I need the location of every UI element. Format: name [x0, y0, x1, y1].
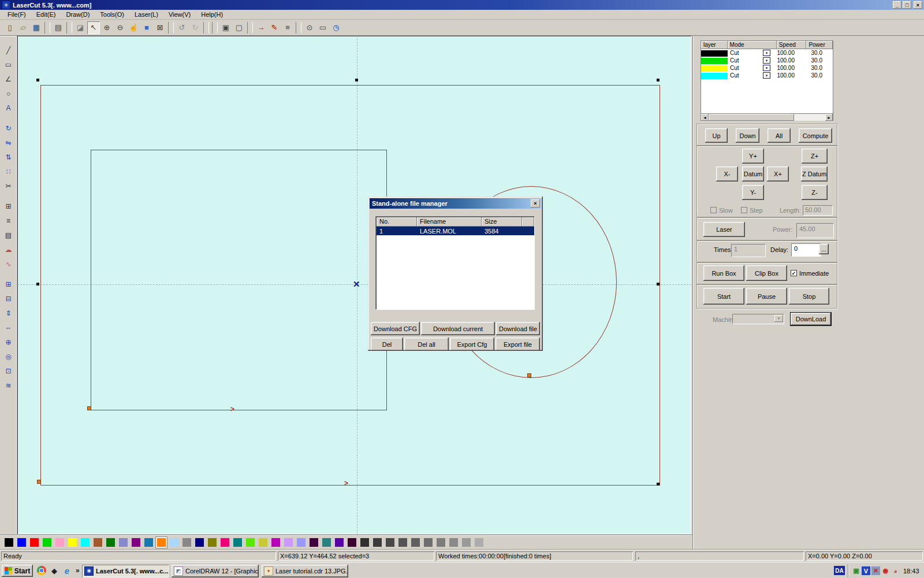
zoom-out-button[interactable]: ⊖: [114, 21, 126, 34]
page-setup-button[interactable]: ▤: [52, 21, 65, 34]
palette-color-4[interactable]: [55, 538, 64, 547]
times-field[interactable]: 1: [731, 244, 766, 257]
ungroup-button[interactable]: ▢: [233, 21, 245, 34]
step-checkbox[interactable]: [741, 207, 747, 213]
hatch-tool[interactable]: ▤: [3, 229, 14, 240]
layer-mode-dropdown-icon[interactable]: ▼: [763, 50, 770, 56]
start-button[interactable]: Start: [2, 565, 33, 577]
start-point-handle[interactable]: [37, 480, 41, 484]
layer-row[interactable]: Cut▼100.0030.0: [701, 57, 833, 64]
power-field[interactable]: 45.00: [796, 223, 834, 238]
chrome-icon[interactable]: [37, 566, 46, 575]
scroll-right-button[interactable]: ►: [825, 114, 833, 121]
tray-antivirus-icon[interactable]: V: [862, 566, 870, 575]
inkscape-icon[interactable]: ◆: [50, 566, 59, 575]
undo-button[interactable]: ↺: [176, 21, 188, 34]
palette-color-34[interactable]: [437, 538, 445, 547]
array-minus-tool[interactable]: ⊟: [3, 293, 14, 304]
row-spacing-tool[interactable]: ⇕: [3, 307, 14, 318]
palette-color-21[interactable]: [271, 538, 280, 547]
palette-color-8[interactable]: [106, 538, 115, 547]
menu-view[interactable]: View(V): [163, 10, 196, 19]
layer-mode-dropdown-icon[interactable]: ▼: [763, 65, 770, 71]
distribute-tool[interactable]: ⊕: [3, 336, 14, 347]
palette-color-16[interactable]: [208, 538, 217, 547]
stack-tool[interactable]: ≋: [3, 380, 14, 391]
line-tool[interactable]: ╱: [3, 45, 14, 55]
selection-handle[interactable]: [657, 283, 660, 286]
clip-box-button[interactable]: Clip Box: [746, 265, 787, 281]
download-file-button[interactable]: Download file: [496, 322, 540, 335]
measure-button[interactable]: ▭: [316, 21, 329, 34]
download-current-button[interactable]: Download current: [421, 322, 495, 335]
selection-handle[interactable]: [36, 283, 39, 286]
palette-color-6[interactable]: [81, 538, 90, 547]
taskbar-lasercut-button[interactable]: ✳LaserCut 5.3[. www...c...: [82, 565, 169, 577]
set-order-button[interactable]: ≡: [281, 21, 294, 34]
z-datum-button[interactable]: Z Datum: [801, 166, 828, 181]
stop-button[interactable]: Stop: [789, 288, 829, 305]
up-button[interactable]: Up: [705, 128, 728, 143]
minimize-button[interactable]: _: [893, 1, 901, 9]
y-minus-button[interactable]: Y-: [742, 185, 764, 200]
start-laser-button[interactable]: Start: [703, 288, 744, 305]
file-row[interactable]: 1LASER.MOL3584: [377, 227, 534, 235]
machine-select[interactable]: ▼: [732, 314, 784, 324]
menu-tools[interactable]: Tools(O): [95, 10, 129, 19]
palette-color-14[interactable]: [182, 538, 191, 547]
selection-handle[interactable]: [657, 79, 660, 81]
layer-table-scrollbar[interactable]: ◄ ►: [701, 113, 833, 121]
del-all-button[interactable]: Del all: [404, 338, 449, 351]
z-minus-button[interactable]: Z-: [802, 185, 828, 200]
curve-tool[interactable]: ∿: [3, 258, 14, 269]
new-file-button[interactable]: ▯: [3, 21, 16, 34]
x-minus-button[interactable]: X-: [716, 166, 738, 181]
palette-color-27[interactable]: [348, 538, 356, 547]
palette-color-1[interactable]: [17, 538, 26, 547]
palette-color-24[interactable]: [310, 538, 318, 547]
menu-laser[interactable]: Laser(L): [129, 10, 163, 19]
array-plus-tool[interactable]: ⊞: [3, 279, 14, 290]
selection-handle[interactable]: [355, 79, 358, 81]
text-tool[interactable]: A: [3, 102, 14, 113]
palette-color-25[interactable]: [322, 538, 331, 547]
palette-color-22[interactable]: [284, 538, 293, 547]
menu-help[interactable]: Help(H): [196, 10, 228, 19]
start-point-handle[interactable]: [527, 373, 531, 377]
file-list[interactable]: No. Filename Size 1LASER.MOL3584: [375, 216, 535, 310]
del-button[interactable]: Del: [371, 338, 403, 351]
layer-mode-dropdown-icon[interactable]: ▼: [763, 57, 770, 64]
menu-draw[interactable]: Draw(D): [61, 10, 95, 19]
length-field[interactable]: 50.00: [803, 205, 833, 216]
palette-color-29[interactable]: [373, 538, 382, 547]
palette-color-3[interactable]: [43, 538, 51, 547]
view-all-button[interactable]: ■: [140, 21, 153, 34]
start-point-handle[interactable]: [87, 406, 91, 410]
select-tool-button[interactable]: ↖: [87, 21, 100, 34]
array-copy-tool[interactable]: ⊞: [3, 201, 14, 212]
layer-row[interactable]: Cut▼100.0030.0: [701, 72, 833, 79]
language-indicator[interactable]: DA: [834, 566, 845, 575]
palette-color-0[interactable]: [5, 538, 13, 547]
datum-button[interactable]: Datum: [742, 166, 764, 181]
palette-color-37[interactable]: [475, 538, 483, 547]
edit-node-tool[interactable]: ∷: [3, 166, 14, 177]
z-plus-button[interactable]: Z+: [802, 149, 828, 164]
palette-color-36[interactable]: [462, 538, 471, 547]
pan-button[interactable]: ☝: [127, 21, 140, 34]
palette-color-30[interactable]: [386, 538, 394, 547]
laser-button[interactable]: Laser: [703, 222, 745, 237]
all-button[interactable]: All: [767, 128, 791, 143]
rectangle-tool[interactable]: ▭: [3, 59, 14, 70]
layer-mode-dropdown-icon[interactable]: ▼: [763, 72, 770, 79]
palette-color-15[interactable]: [195, 538, 204, 547]
group-button[interactable]: ▣: [219, 21, 232, 34]
palette-color-33[interactable]: [424, 538, 433, 547]
palette-color-32[interactable]: [411, 538, 420, 547]
palette-color-12[interactable]: [157, 538, 166, 547]
palette-color-23[interactable]: [297, 538, 305, 547]
polyline-tool[interactable]: ∠: [3, 73, 14, 84]
trim-tool[interactable]: ✂: [3, 180, 14, 191]
download-cfg-button[interactable]: Download CFG: [371, 322, 420, 335]
palette-color-31[interactable]: [398, 538, 407, 547]
